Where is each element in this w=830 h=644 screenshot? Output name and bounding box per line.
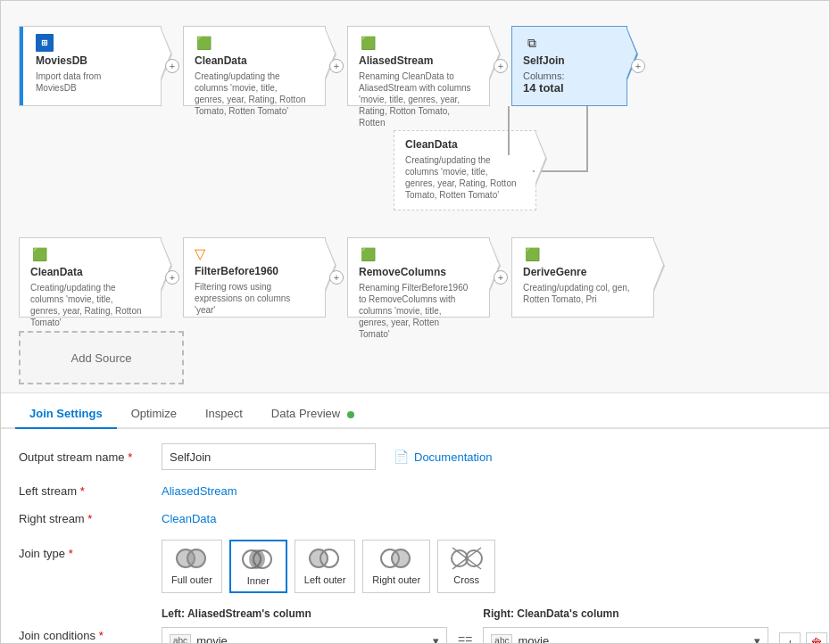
plus-btn-7[interactable]: + [494,270,508,285]
left-stream-label: Left stream * [19,484,162,498]
node-body: Renaming FilterBefore1960 to RemoveColum… [359,282,471,340]
add-source-label: Add Source [71,351,132,365]
join-btn-label: Left outer [304,574,345,585]
columns-total: 14 total [523,81,609,95]
node-title: SelfJoin [523,54,609,67]
delete-condition-btn[interactable]: 🗑 [806,632,827,643]
node-title: FilterBefore1960 [195,265,307,277]
node-body: Renaming CleanData to AliasedStream with… [359,70,471,128]
venn-left-outer [309,546,341,571]
right-type-badge: abc [491,634,512,644]
tab-join-settings[interactable]: Join Settings [15,400,117,429]
node-aliasedstream[interactable]: 🟩 AliasedStream Renaming CleanData to Al… [347,26,490,106]
node-body: Import data from MoviesDB [36,70,143,94]
required-marker-4: * [69,547,73,560]
output-stream-label: Output stream name * [19,450,162,464]
columns-label: Columns: [523,70,609,81]
plus-btn-2[interactable]: + [329,59,344,73]
plus-btn-5[interactable]: + [165,270,179,285]
venn-cross [451,546,483,571]
left-condition-col: Left: AliasedStream's column abc movie ▾ [162,607,447,643]
vertical-connector [508,106,510,155]
join-btn-full-outer[interactable]: Full outer [162,540,222,593]
alias-icon: 🟩 [359,34,377,52]
node-title: CleanData [30,266,143,278]
filter-icon: ▽ [195,245,307,262]
right-stream-label: Right stream * [19,512,162,525]
equals-sign: == [458,607,472,643]
right-col-header: Right: CleanData's column [483,607,768,620]
v-connector-2 [586,106,588,172]
node-title: CleanData [405,138,518,151]
join-btn-label: Inner [247,575,270,586]
blue-bar [20,27,23,105]
settings-panel: Output stream name * 📄 Documentation Lef… [1,429,829,643]
remove-icon: 🟩 [359,245,377,263]
node-body: Creating/updating the columns 'movie, ti… [405,154,518,201]
join-type-row: Join type * Full outer [19,540,811,593]
db-icon: ⊞ [36,34,54,52]
node-title: MoviesDB [36,54,143,67]
venn-right-outer [380,546,412,571]
join-btn-cross[interactable]: Cross [437,540,495,593]
node-moviesdb[interactable]: ⊞ MoviesDB Import data from MoviesDB [19,26,162,106]
left-type-badge: abc [170,634,191,644]
node-cleandata1[interactable]: 🟩 CleanData Creating/updating the column… [183,26,326,106]
node-body: Creating/updating the columns 'movie, ti… [30,282,143,328]
clean3-icon: 🟩 [30,245,48,263]
add-condition-btn[interactable]: + [779,632,801,643]
plus-btn-6[interactable]: + [329,270,344,285]
documentation-link[interactable]: 📄 Documentation [394,450,492,464]
node-title: DeriveGenre [523,266,635,278]
join-types-container: Full outer Inner [162,540,495,593]
left-stream-link[interactable]: AliasedStream [162,484,237,498]
required-marker-3: * [87,512,92,525]
left-col-header: Left: AliasedStream's column [162,607,447,620]
join-conditions-label: Join conditions * [19,607,162,642]
join-btn-label: Cross [453,574,479,585]
plus-btn-1[interactable]: + [165,59,179,73]
node-selfjoin[interactable]: ⧉ SelfJoin Columns: 14 total [511,26,627,106]
pipeline-row-3: 🟩 CleanData Creating/updating the column… [19,237,654,318]
derive-icon: 🟩 [523,245,541,263]
right-stream-link[interactable]: CleanData [162,512,216,525]
plus-btn-3[interactable]: + [494,59,508,73]
canvas-area: ⊞ MoviesDB Import data from MoviesDB + 🟩… [1,1,829,393]
join-btn-right-outer[interactable]: Right outer [362,540,430,593]
node-removecolumns[interactable]: 🟩 RemoveColumns Renaming FilterBefore196… [347,237,490,318]
node-body: Filtering rows using expressions on colu… [195,281,307,316]
plus-btn-4[interactable]: + [631,59,645,73]
node-derivegenre[interactable]: 🟩 DeriveGenre Creating/updating col, gen… [511,237,654,318]
tab-optimize[interactable]: Optimize [117,400,191,429]
tab-data-preview[interactable]: Data Preview [257,400,369,429]
node-filterbefore1960[interactable]: ▽ FilterBefore1960 Filtering rows using … [183,237,326,318]
join-btn-inner[interactable]: Inner [229,540,287,593]
left-stream-row: Left stream * AliasedStream [19,484,811,498]
data-preview-dot [347,411,354,418]
required-marker-5: * [99,629,104,642]
right-col-value: movie [518,634,549,644]
right-stream-row: Right stream * CleanData [19,512,811,525]
main-container: ⊞ MoviesDB Import data from MoviesDB + 🟩… [0,0,830,644]
node-title: CleanData [195,54,307,67]
output-stream-input[interactable] [162,443,376,470]
required-marker: * [128,450,132,464]
node-cleandata2[interactable]: CleanData Creating/updating the columns … [394,130,536,211]
join-btn-label: Right outer [372,574,420,585]
node-cleandata3[interactable]: 🟩 CleanData Creating/updating the column… [19,237,162,318]
conditions-container: Left: AliasedStream's column abc movie ▾… [162,607,827,643]
right-condition-col: Right: CleanData's column abc movie ▾ [483,607,768,643]
dropdown-chevron: ▾ [433,634,439,644]
node-title: RemoveColumns [359,266,471,278]
tabs-container: Join Settings Optimize Inspect Data Prev… [1,393,829,429]
venn-inner [242,547,274,572]
join-btn-left-outer[interactable]: Left outer [295,540,355,593]
join-conditions-row: Join conditions * Left: AliasedStream's … [19,607,811,643]
right-col-select[interactable]: abc movie ▾ [483,627,768,643]
output-stream-row: Output stream name * 📄 Documentation [19,443,811,470]
left-col-select[interactable]: abc movie ▾ [162,627,447,643]
node-body: Creating/updating col, gen, Rotten Tomat… [523,282,635,305]
add-source-box[interactable]: Add Source [19,331,184,384]
join-btn-label: Full outer [171,574,212,585]
tab-inspect[interactable]: Inspect [191,400,257,429]
